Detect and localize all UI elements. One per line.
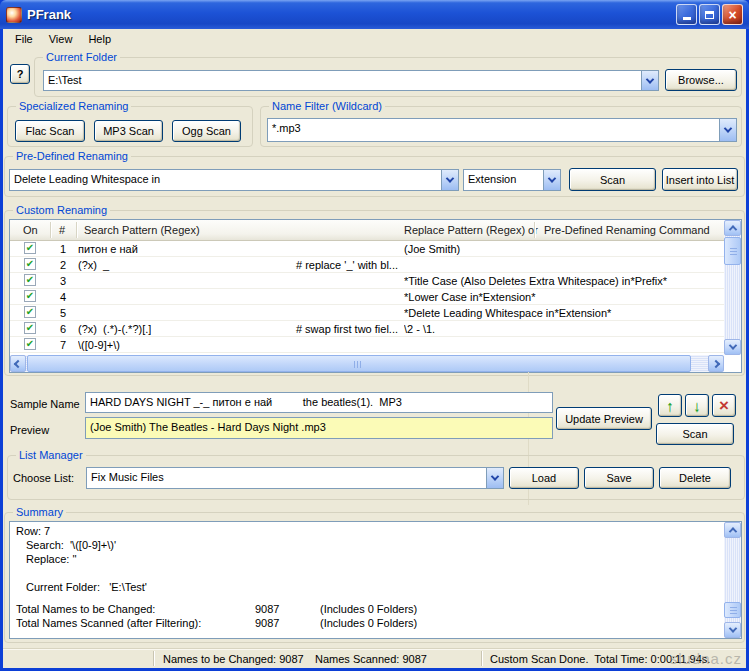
watermark: sludna.cz: [670, 650, 742, 667]
replace-pattern-cell[interactable]: *Title Case (Also Deletes Extra Whitespa…: [404, 275, 722, 287]
row-checkbox[interactable]: ✔: [24, 306, 36, 318]
app-icon: [6, 7, 22, 23]
summary-total-scanned-label: Total Names Scanned (after Filtering):: [16, 617, 201, 629]
search-comment: # swap first two fiel...: [296, 323, 400, 335]
menu-bar: File View Help: [3, 29, 746, 48]
replace-pattern-cell[interactable]: *Lower Case in*Extension*: [404, 291, 722, 303]
table-row[interactable]: ✔ 1 питон е най (Joe Smith): [10, 241, 724, 257]
table-row[interactable]: ✔ 2 (?x) _# replace '_' with bl...: [10, 257, 724, 273]
current-folder-combobox[interactable]: E:\Test: [43, 70, 659, 91]
row-checkbox[interactable]: ✔: [24, 242, 36, 254]
custom-renaming-label: Custom Renaming: [13, 203, 110, 217]
scroll-right-button[interactable]: [708, 355, 724, 372]
checkmark-icon: ✔: [26, 323, 34, 333]
dropdown-arrow-icon[interactable]: [441, 170, 458, 190]
custom-scan-button[interactable]: Scan: [656, 423, 734, 445]
scroll-down-button[interactable]: [724, 339, 741, 355]
flac-scan-button[interactable]: Flac Scan: [15, 120, 85, 142]
move-down-button[interactable]: ↓: [685, 394, 709, 417]
table-header[interactable]: On # Search Pattern (Regex) Replace Patt…: [10, 220, 741, 241]
row-checkbox[interactable]: ✔: [24, 274, 36, 286]
menu-file[interactable]: File: [8, 31, 40, 47]
mp3-scan-button[interactable]: MP3 Scan: [94, 120, 163, 142]
update-preview-label: Update Preview: [565, 413, 643, 425]
minimize-button[interactable]: [676, 4, 697, 25]
specialized-renaming-group: Specialized Renaming Flac Scan MP3 Scan …: [7, 106, 253, 147]
header-num[interactable]: #: [59, 224, 65, 236]
ogg-scan-button[interactable]: Ogg Scan: [172, 120, 241, 142]
header-search[interactable]: Search Pattern (Regex): [84, 224, 200, 236]
row-checkbox[interactable]: ✔: [24, 290, 36, 302]
replace-pattern-cell[interactable]: (Joe Smith): [404, 243, 722, 255]
header-on[interactable]: On: [23, 224, 38, 236]
close-button[interactable]: ×: [722, 4, 743, 25]
scroll-up-icon: [728, 527, 736, 535]
scroll-up-button[interactable]: [724, 220, 741, 236]
replace-pattern-cell[interactable]: *Delete Leading Whitespace in*Extension*: [404, 307, 722, 319]
scroll-up-button[interactable]: [724, 522, 741, 538]
custom-renaming-group: Custom Renaming On # Search Pattern (Reg…: [4, 210, 745, 376]
list-manager-group: List Manager Choose List: Fix Music File…: [7, 455, 745, 500]
row-checkbox[interactable]: ✔: [24, 258, 36, 270]
save-button[interactable]: Save: [584, 467, 654, 489]
search-comment: [398, 243, 400, 255]
scrollbar-thumb[interactable]: [27, 355, 691, 372]
search-pattern-cell[interactable]: питон е най: [78, 243, 400, 255]
current-folder-label: Current Folder: [43, 50, 120, 64]
predefined-target-combobox[interactable]: Extension: [463, 169, 561, 191]
table-vertical-scrollbar[interactable]: [724, 220, 741, 355]
move-up-button[interactable]: ↑: [658, 394, 682, 417]
scroll-up-icon: [728, 225, 736, 233]
summary-row-line: Row: 7: [16, 525, 50, 537]
choose-list-combobox[interactable]: Fix Music Files: [86, 467, 504, 489]
search-pattern-cell[interactable]: (?x) (.*)-(.*?)[.]# swap first two fiel.…: [78, 323, 400, 335]
title-bar[interactable]: PFrank ×: [0, 0, 749, 29]
table-horizontal-scrollbar[interactable]: [10, 355, 724, 372]
update-preview-button[interactable]: Update Preview: [556, 407, 652, 430]
search-pattern-cell[interactable]: (?x) _# replace '_' with bl...: [78, 259, 400, 271]
row-checkbox[interactable]: ✔: [24, 322, 36, 334]
checkmark-icon: ✔: [26, 307, 34, 317]
browse-button[interactable]: Browse...: [665, 69, 737, 91]
delete-button[interactable]: Delete: [659, 467, 731, 489]
scroll-down-icon: [728, 341, 736, 349]
dropdown-arrow-icon[interactable]: [543, 170, 560, 190]
header-replace[interactable]: Replace Pattern (Regex) or Pre-Defined R…: [404, 224, 710, 236]
preview-label: Preview: [10, 424, 49, 436]
delete-row-button[interactable]: ×: [712, 394, 736, 417]
scrollbar-thumb[interactable]: [724, 602, 741, 618]
scrollbar-thumb[interactable]: [724, 237, 741, 265]
scroll-down-button[interactable]: [724, 622, 741, 638]
table-row[interactable]: ✔ 4 *Lower Case in*Extension*: [10, 289, 724, 305]
row-checkbox[interactable]: ✔: [24, 338, 36, 350]
sample-name-field[interactable]: HARD DAYS NIGHT _-_ питон е най the beat…: [85, 392, 553, 413]
menu-view[interactable]: View: [42, 31, 80, 47]
table-row[interactable]: ✔ 7 \([0-9]+\): [10, 337, 724, 353]
scroll-left-button[interactable]: [10, 355, 26, 372]
insert-into-list-button[interactable]: Insert into List: [662, 168, 738, 191]
row-number: 2: [50, 259, 76, 271]
load-button[interactable]: Load: [509, 467, 579, 489]
search-pattern-cell[interactable]: \([0-9]+\): [78, 339, 400, 351]
predefined-command-combobox[interactable]: Delete Leading Whitespace in: [9, 169, 459, 191]
custom-renaming-table[interactable]: On # Search Pattern (Regex) Replace Patt…: [9, 219, 742, 373]
summary-vertical-scrollbar[interactable]: [724, 522, 741, 638]
table-row[interactable]: ✔ 3 *Title Case (Also Deletes Extra Whit…: [10, 273, 724, 289]
close-icon: ×: [728, 8, 736, 22]
replace-pattern-cell[interactable]: \2 - \1.: [404, 323, 722, 335]
summary-search-line: Search: '\([0-9]+\)': [26, 539, 116, 551]
table-row[interactable]: ✔ 5 *Delete Leading Whitespace in*Extens…: [10, 305, 724, 321]
menu-help[interactable]: Help: [81, 31, 118, 47]
name-filter-combobox[interactable]: *.mp3: [267, 118, 737, 142]
table-row[interactable]: ✔ 6 (?x) (.*)-(.*?)[.]# swap first two f…: [10, 321, 724, 337]
dropdown-arrow-icon[interactable]: [719, 119, 736, 141]
save-label: Save: [606, 472, 631, 484]
summary-total-changed-note: (Includes 0 Folders): [320, 603, 417, 615]
maximize-button[interactable]: [699, 4, 720, 25]
checkmark-icon: ✔: [26, 291, 34, 301]
dropdown-arrow-icon[interactable]: [486, 468, 503, 488]
dropdown-arrow-icon[interactable]: [641, 71, 658, 90]
predefined-scan-button[interactable]: Scan: [569, 168, 656, 191]
summary-textarea[interactable]: Row: 7 Search: '\([0-9]+\)' Replace: '' …: [9, 521, 742, 639]
help-button[interactable]: ?: [10, 64, 30, 84]
